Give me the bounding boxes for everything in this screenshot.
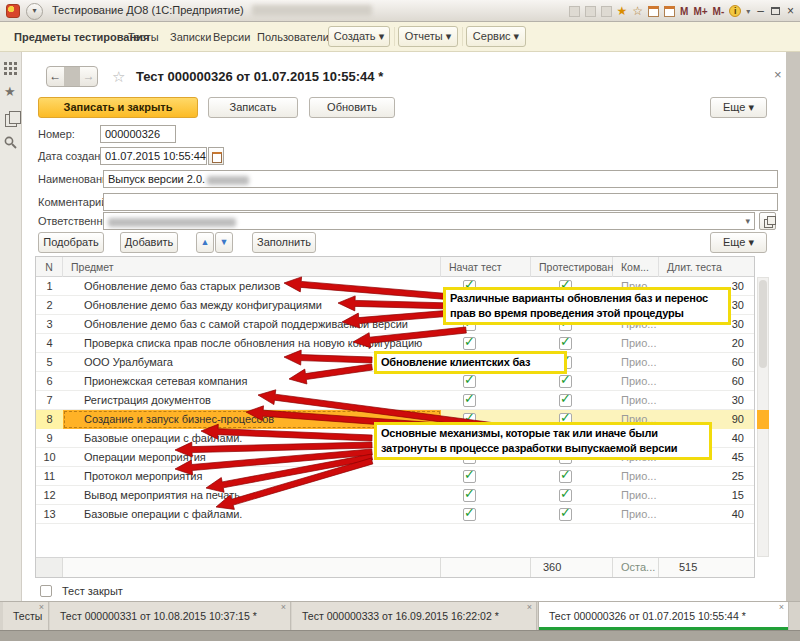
preview-icon[interactable] (601, 6, 612, 17)
print-icon[interactable] (585, 6, 596, 17)
tab-close-icon[interactable]: × (281, 603, 286, 612)
tab-test-331[interactable]: Тест 000000331 от 10.08.2015 10:37:15 *× (50, 602, 291, 630)
window-bottom-edge (0, 630, 800, 641)
favorites-list-icon[interactable]: ☆ (632, 4, 643, 18)
row-subject[interactable]: Обновление демо баз с самой старой подде… (63, 315, 441, 334)
date-picker-button[interactable] (208, 147, 224, 165)
search-icon[interactable] (4, 136, 17, 149)
favorites-icon[interactable]: ★ (4, 84, 16, 99)
responsible-input[interactable]: ▾ (103, 212, 755, 230)
started-checkbox[interactable]: ✓ (441, 467, 531, 486)
add-button[interactable]: Добавить (120, 232, 178, 253)
close-button[interactable]: × (785, 4, 796, 18)
menu-item-versions[interactable]: Версии (213, 31, 250, 43)
minimize-button[interactable]: – (755, 4, 766, 18)
tested-checkbox[interactable]: ✓ (531, 505, 613, 524)
tested-checkbox[interactable]: ✓ (531, 372, 613, 391)
column-header-tested[interactable]: Протестирован (531, 257, 613, 277)
scrollbar-thumb[interactable] (759, 280, 767, 368)
font-size-m-minus-button[interactable]: M- (713, 6, 725, 17)
tab-tests[interactable]: Тесты× (3, 602, 49, 630)
history-icon[interactable] (5, 114, 17, 127)
save-button[interactable]: Записать (208, 97, 298, 118)
create-button[interactable]: Создать ▾ (328, 26, 390, 47)
table-row[interactable]: 7 Регистрация документов ✓ ✓ Прио... 30 (36, 391, 754, 410)
started-checkbox[interactable]: ✓ (441, 372, 531, 391)
favorite-star-icon[interactable]: ☆ (112, 66, 125, 87)
row-subject[interactable]: Обновление демо баз между конфигурациями (63, 296, 441, 315)
refresh-button[interactable]: Обновить (309, 97, 395, 118)
row-subject[interactable]: Протокол мероприятия (63, 467, 441, 486)
test-closed-checkbox[interactable] (40, 585, 52, 597)
save-and-close-button[interactable]: Записать и закрыть (38, 97, 198, 118)
maximize-button[interactable] (771, 7, 780, 15)
column-header-duration[interactable]: Длит. теста (659, 257, 754, 277)
form-close-icon[interactable]: × (774, 66, 782, 84)
tab-close-icon[interactable]: × (527, 603, 532, 612)
font-size-m-button[interactable]: M (680, 6, 688, 17)
forward-button[interactable]: → (80, 67, 97, 86)
open-link-button[interactable] (759, 212, 776, 230)
tested-checkbox[interactable]: ✓ (531, 486, 613, 505)
title-bar: ▾ Тестирование ДО8 (1С:Предприятие) ★ ☆ … (0, 0, 800, 22)
calendar-icon[interactable] (648, 6, 659, 17)
fill-button[interactable]: Заполнить (252, 232, 316, 253)
more-button-table[interactable]: Еще ▾ (710, 232, 767, 253)
pick-button[interactable]: Подобрать (38, 232, 104, 253)
row-subject[interactable]: Базовые операции с файлами. (63, 505, 441, 524)
annotation-box: Основные механизмы, которые так или инач… (374, 422, 712, 460)
chevron-down-icon[interactable]: ▾ (746, 7, 750, 16)
menu-item-users[interactable]: Пользователи (257, 31, 329, 43)
row-subject[interactable]: Вывод мероприятия на печать (63, 486, 441, 505)
column-header-comment[interactable]: Ком... (613, 257, 659, 277)
column-header-n[interactable]: N (36, 257, 63, 277)
save-icon[interactable] (569, 6, 580, 17)
row-number: 2 (36, 296, 63, 315)
add-favorite-star-icon[interactable]: ★ (617, 4, 628, 18)
move-up-button[interactable]: ▲ (196, 232, 214, 253)
comment-input[interactable] (103, 193, 778, 211)
form-area: ← → ☆ Тест 000000326 от 01.07.2015 10:55… (22, 52, 786, 601)
row-number: 4 (36, 334, 63, 353)
calendar-clock-icon[interactable] (664, 6, 675, 17)
info-icon[interactable]: i (729, 5, 741, 17)
open-icon (764, 219, 773, 228)
row-subject[interactable]: Регистрация документов (63, 391, 441, 410)
number-input[interactable]: 000000326 (100, 125, 176, 143)
tab-test-326-active[interactable]: Тест 000000326 от 01.07.2015 10:55:44 *× (538, 602, 789, 630)
name-input[interactable]: Выпуск версии 2.0. (103, 170, 778, 188)
row-subject[interactable]: Прионежская сетевая компания (63, 372, 441, 391)
tab-close-icon[interactable]: × (39, 603, 44, 612)
table-row[interactable]: 6 Прионежская сетевая компания ✓ ✓ Прио.… (36, 372, 754, 391)
menu-item-tests[interactable]: Тесты (128, 31, 159, 43)
row-comment: Прио... (613, 391, 659, 410)
move-down-button[interactable]: ▼ (215, 232, 233, 253)
reports-button[interactable]: Отчеты ▾ (398, 26, 458, 47)
tested-checkbox[interactable]: ✓ (531, 467, 613, 486)
redacted-text (108, 218, 236, 227)
service-button[interactable]: Сервис ▾ (466, 26, 526, 47)
tab-test-333[interactable]: Тест 000000333 от 16.09.2015 16:22:02 *× (292, 602, 537, 630)
main-menu-button[interactable]: ▾ (26, 3, 43, 20)
column-header-subject[interactable]: Предмет (63, 257, 441, 277)
checkbox-icon: ✓ (463, 489, 476, 502)
table-row[interactable]: 12 Вывод мероприятия на печать ✓ ✓ Прио.… (36, 486, 754, 505)
check-icon: ✓ (560, 467, 571, 484)
column-header-started[interactable]: Начат тест (441, 257, 531, 277)
font-size-m-plus-button[interactable]: M+ (693, 6, 707, 17)
test-closed-label: Тест закрыт (62, 585, 123, 598)
table-row[interactable]: 11 Протокол мероприятия ✓ ✓ Прио... 25 (36, 467, 754, 486)
started-checkbox[interactable]: ✓ (441, 486, 531, 505)
menu-item-notes[interactable]: Записки (170, 31, 211, 43)
tested-checkbox[interactable]: ✓ (531, 391, 613, 410)
date-input[interactable]: 01.07.2015 10:55:44 (100, 147, 207, 165)
functions-menu-icon[interactable] (4, 62, 17, 75)
started-checkbox[interactable]: ✓ (441, 505, 531, 524)
tab-close-icon[interactable]: × (779, 603, 784, 612)
more-button-top[interactable]: Еще ▾ (710, 97, 767, 118)
started-checkbox[interactable]: ✓ (441, 391, 531, 410)
back-button[interactable]: ← (47, 67, 64, 86)
chevron-down-icon[interactable]: ▾ (745, 213, 750, 229)
row-subject[interactable]: Обновление демо баз старых релизов (63, 277, 441, 296)
table-row[interactable]: 13 Базовые операции с файлами. ✓ ✓ Прио.… (36, 505, 754, 524)
